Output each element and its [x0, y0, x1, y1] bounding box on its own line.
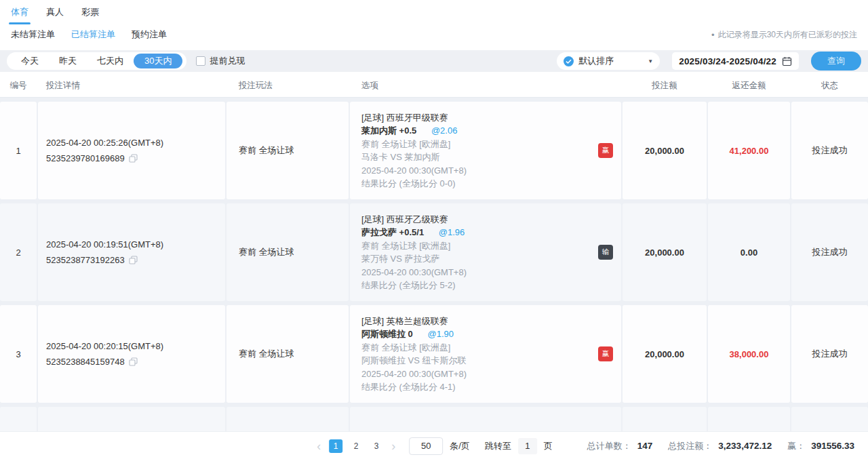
filter-yesterday[interactable]: 昨天 [49, 55, 87, 67]
cashout-checkbox[interactable] [196, 56, 205, 66]
total-win-label: 赢： [787, 440, 805, 452]
chevron-down-icon: ▼ [648, 58, 653, 64]
header-payout: 返还金额 [708, 80, 790, 92]
table-row: 1 2025-04-20 00:25:26(GMT+8) 52352397801… [0, 102, 868, 199]
match-time: 2025-04-20 00:30(GMT+8) [361, 266, 621, 279]
check-circle-icon [564, 56, 574, 66]
date-quick-filter-group: 今天 昨天 七天内 30天内 [7, 52, 186, 70]
match-teams: 莱万特 VS 萨拉戈萨 [361, 252, 621, 266]
result-badge: 赢 [598, 143, 613, 158]
sort-dropdown[interactable]: 默认排序 ▼ [557, 52, 660, 70]
payout-amount [708, 407, 790, 431]
filter-today[interactable]: 今天 [11, 55, 49, 67]
stake-amount: 20,000.00 [623, 102, 707, 199]
date-range-value: 2025/03/24-2025/04/22 [679, 56, 776, 66]
copy-icon[interactable] [129, 154, 138, 163]
tab-unsettled-bets[interactable]: 未结算注单 [11, 28, 55, 41]
total-count-label: 总计单数： [587, 440, 631, 452]
pick-selection: 阿斯顿维拉 0 [361, 329, 413, 339]
payout-amount: 41,200.00 [708, 102, 790, 199]
bet-details-cell: 2025-04-20 00:19:51(GMT+8) 5235238773192… [38, 203, 225, 301]
league-name: [足球] 西班牙甲级联赛 [361, 111, 621, 125]
bet-time: 2025-04-20 00:25:26(GMT+8) [46, 135, 225, 151]
next-page-icon[interactable]: › [390, 440, 397, 452]
tab-live[interactable]: 真人 [46, 6, 64, 18]
market-info: 赛前 全场让球 [欧洲盘] [361, 239, 621, 253]
odds-value: @1.96 [439, 227, 465, 237]
match-time: 2025-04-20 00:30(GMT+8) [361, 367, 621, 381]
filter-30days[interactable]: 30天内 [134, 54, 182, 68]
sub-tab-bar: 未结算注单 已结算注单 预约注单 • 此记录将显示30天内所有已派彩的投注 [0, 24, 868, 45]
result-score: 结果比分 (全场比分 5-2) [361, 279, 621, 292]
note-bullet-icon: • [711, 30, 715, 40]
page-button-2[interactable]: 2 [349, 439, 363, 453]
header-bet-play: 投注玩法 [226, 80, 349, 92]
row-number [0, 407, 37, 431]
tab-sports[interactable]: 体育 [11, 6, 28, 18]
result-badge: 赢 [598, 346, 613, 361]
market-info: 赛前 全场让球 [欧洲盘] [361, 138, 621, 151]
filter-7days[interactable]: 七天内 [87, 55, 134, 67]
bet-play-cell: 赛前 全场让球 [226, 203, 349, 301]
tab-reserved-bets[interactable]: 预约注单 [132, 28, 167, 41]
stake-amount [623, 407, 707, 431]
prev-page-icon[interactable]: ‹ [315, 440, 322, 452]
bet-details-cell: 2025-04-20 00:20:15(GMT+8) 5235238845159… [38, 305, 225, 403]
payout-amount: 0.00 [708, 203, 790, 301]
header-bet-details: 投注详情 [38, 80, 225, 92]
copy-icon[interactable] [129, 256, 138, 264]
jump-page-input[interactable]: 1 [518, 438, 537, 454]
bet-option-cell: [足球] 德国甲级联赛 [350, 407, 621, 431]
result-score: 结果比分 (全场比分 4-1) [361, 380, 621, 394]
bet-time: 2025-04-20 00:19:51(GMT+8) [46, 237, 225, 252]
tab-settled-bets[interactable]: 已结算注单 [71, 28, 115, 41]
pick-selection: 莱加内斯 +0.5 [361, 125, 416, 136]
bet-status: 投注成功 [791, 102, 868, 199]
bet-id: 5235238845159748 [46, 354, 125, 370]
table-body: 1 2025-04-20 00:25:26(GMT+8) 52352397801… [0, 98, 868, 431]
note-text: 此记录将显示30天内所有已派彩的投注 [718, 29, 857, 41]
header-stake: 投注额 [623, 80, 707, 92]
stake-amount: 20,000.00 [623, 203, 707, 301]
market-info: 赛前 全场让球 [欧洲盘] [361, 341, 621, 355]
header-status: 状态 [791, 80, 868, 92]
cashout-checkbox-label[interactable]: 提前兑现 [210, 55, 245, 67]
league-name: [足球] 西班牙乙级联赛 [361, 213, 621, 226]
pick-selection: 萨拉戈萨 +0.5/1 [361, 227, 424, 237]
sort-dropdown-label: 默认排序 [578, 55, 643, 67]
jump-to-label: 跳转至 [485, 440, 511, 452]
bet-option-cell: [足球] 西班牙乙级联赛 萨拉戈萨 +0.5/1 @1.96 赛前 全场让球 [… [350, 203, 621, 301]
search-button[interactable]: 查询 [811, 52, 861, 71]
bet-play-cell: 赛前 全场让球 [226, 102, 349, 199]
row-number: 3 [0, 305, 37, 403]
page-button-1[interactable]: 1 [329, 439, 342, 453]
footer-bar: ‹ 1 2 3 › 50 条/页 跳转至 1 页 总计单数： 147 总投注额：… [0, 431, 868, 457]
bet-option-cell: [足球] 西班牙甲级联赛 莱加内斯 +0.5 @2.06 赛前 全场让球 [欧洲… [350, 102, 621, 199]
pagination: ‹ 1 2 3 › 50 条/页 跳转至 1 页 [315, 437, 553, 455]
payout-amount: 38,000.00 [708, 305, 790, 403]
summary-totals: 总计单数： 147 总投注额： 3,233,472.12 赢： 391556.3… [587, 440, 854, 452]
table-row: 3 2025-04-20 00:20:15(GMT+8) 52352388451… [0, 305, 868, 403]
copy-icon[interactable] [129, 357, 138, 366]
bet-status [791, 407, 868, 431]
bet-details-cell [38, 407, 225, 431]
league-name: [足球] 英格兰超级联赛 [361, 315, 621, 328]
total-stake-label: 总投注额： [668, 440, 712, 452]
bet-status: 投注成功 [791, 305, 868, 403]
bet-option-cell: [足球] 英格兰超级联赛 阿斯顿维拉 0 @1.90 赛前 全场让球 [欧洲盘]… [350, 305, 621, 403]
odds-value: @1.90 [427, 329, 454, 339]
filter-bar: 今天 昨天 七天内 30天内 提前兑现 默认排序 ▼ 2025/03/24-20… [0, 50, 868, 72]
calendar-icon [782, 56, 792, 66]
page-button-3[interactable]: 3 [370, 439, 383, 453]
tab-lottery[interactable]: 彩票 [81, 6, 99, 18]
date-range-picker[interactable]: 2025/03/24-2025/04/22 [672, 52, 799, 70]
page-size-input[interactable]: 50 [409, 437, 443, 455]
bet-time: 2025-04-20 00:20:15(GMT+8) [46, 338, 225, 354]
bet-id: 5235238773192263 [46, 252, 125, 268]
table-header: 编号 投注详情 投注玩法 选项 投注额 返还金额 状态 [0, 75, 868, 98]
bet-id: 5235239780169689 [46, 151, 125, 166]
table-row: 2 2025-04-20 00:19:51(GMT+8) 52352387731… [0, 203, 868, 301]
bet-play-cell [226, 407, 349, 431]
odds-value: @2.06 [431, 125, 458, 136]
match-time: 2025-04-20 00:30(GMT+8) [361, 164, 621, 178]
